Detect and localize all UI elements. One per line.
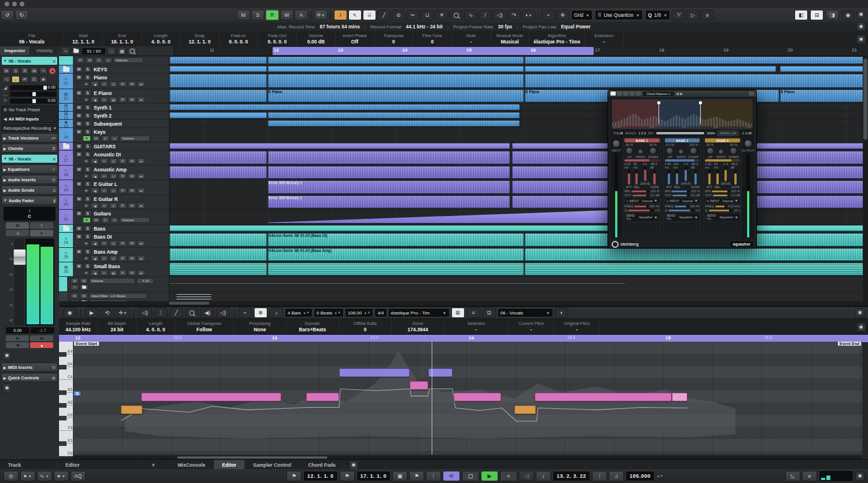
track-row-bass-di[interactable]: ∿24 MSBass DI ●◀e⊙RW⇄ [59, 233, 169, 248]
automation-row-input-filter[interactable]: RW Input Filter : LC-Slope ▪ 12 dB/Oct [59, 292, 169, 301]
plugin-titlebar[interactable]: Chord Fattener 1 ◀ ▶ [608, 90, 756, 97]
send-to-select[interactable]: SEND TO:Squasher▼ [624, 213, 660, 222]
select-tool-icon[interactable]: ⌶ [154, 308, 167, 318]
fader-setup-gear-icon[interactable]: ✱ [2, 351, 12, 360]
solo-editor-icon[interactable]: ◉ [63, 308, 76, 318]
piano-key[interactable]: F3 [59, 418, 73, 431]
sidechain-input-select[interactable]: ●INPUTInternal▼ [624, 197, 660, 204]
track-row-acoustic-di[interactable]: ∿17 MSAcoustic DI ●◀e⊙RW⇄ [59, 151, 169, 166]
info-field-algorithm[interactable]: Algorithmélastique Pro - Time [529, 31, 585, 46]
track-row-guitars[interactable]: ♪22 MSGuitars RWCoVolume [59, 210, 169, 225]
band-mix-slider[interactable] [631, 191, 649, 192]
lane-bass-folder[interactable] [170, 225, 868, 233]
piano-key[interactable]: D3 [59, 444, 73, 456]
write-button[interactable]: W [128, 173, 136, 179]
snap-type-icon[interactable]: ✲ [556, 10, 569, 20]
solo-button[interactable]: S [84, 143, 91, 149]
edit-channel-button[interactable]: e [100, 188, 108, 193]
solo-button[interactable]: S [84, 112, 91, 119]
undo-button[interactable]: ↺ [1, 10, 14, 20]
automation-s-button[interactable]: S [251, 10, 264, 20]
write-button[interactable]: W [86, 57, 94, 63]
section-midi-inserts[interactable]: ▶MIDI Inserts⊙ [1, 363, 58, 372]
grid-view-icon[interactable]: ⊞ [451, 308, 465, 318]
ratio-knob[interactable] [638, 149, 643, 155]
record-enable-button[interactable]: ● [83, 97, 90, 103]
c-button[interactable]: C [95, 57, 103, 63]
c-button[interactable]: C [101, 217, 109, 223]
freeze-button[interactable]: ⇄ [137, 97, 145, 103]
read-button[interactable]: R [119, 270, 127, 276]
mute-button[interactable]: M [75, 66, 83, 72]
track-row-small-bass[interactable]: ▤26 MSSmall Bass ●◀e▤RW⇄ [59, 262, 169, 277]
write-button[interactable]: W [92, 217, 100, 223]
feedback-icon[interactable]: ◗ [555, 308, 568, 318]
scrollbar-thumb[interactable] [177, 456, 328, 459]
edit-channel-button[interactable]: e [100, 81, 108, 87]
stop-button[interactable]: ▢ [462, 471, 479, 481]
band-3-header[interactable]: BAND 3 [705, 138, 740, 142]
punch-out-icon[interactable]: ⚑ [409, 471, 424, 481]
q-slider[interactable] [628, 210, 654, 211]
range-selection-tool-icon[interactable]: ⌸ [363, 10, 376, 20]
lane-keys[interactable] [170, 128, 868, 142]
ed-channel-button[interactable]: e [100, 203, 108, 208]
automation-row-volume[interactable]: RW Volume -4.90 ▪ [59, 277, 169, 292]
mute-button[interactable]: M [75, 151, 83, 158]
plugin-bypass-icon[interactable] [636, 92, 641, 96]
lane-synth-1[interactable] [170, 104, 868, 112]
lane-guitars[interactable] [170, 210, 868, 225]
mute-button[interactable]: M [75, 196, 83, 202]
snap-icon[interactable]: ⌁ [542, 10, 555, 20]
freeze-button[interactable]: ⇄ [137, 203, 145, 208]
zone-options-icon[interactable]: ◉ [841, 10, 855, 20]
home-zoom-icon[interactable]: ⌂ [107, 47, 116, 55]
read-button[interactable]: R [76, 57, 84, 63]
monitor-button[interactable]: ◀ [91, 255, 99, 261]
editor-info-gear-icon[interactable]: ✱ [856, 323, 866, 332]
toolbar-setup-gear-icon[interactable]: ✱ [856, 10, 866, 19]
o-button[interactable]: o [111, 217, 119, 223]
gate-slider[interactable] [694, 170, 697, 185]
squasher-plugin-window[interactable]: Chord Fattener 1 ◀ ▶ 20 Hz1001k10k20k -7… [608, 90, 757, 248]
cycle-button[interactable]: ⟲ [443, 471, 460, 481]
solo-button[interactable]: S [84, 210, 91, 217]
input-knob[interactable] [612, 140, 620, 148]
mute-button[interactable]: M [75, 74, 83, 80]
info-setup-gear-icon[interactable]: ✱ [856, 35, 866, 44]
solo-button[interactable]: S [84, 196, 91, 202]
crossover-2-handle[interactable] [700, 101, 701, 124]
tab-sampler-control[interactable]: Sampler Control [245, 460, 300, 470]
lane-acoustic-di[interactable] [170, 151, 868, 166]
listen-button[interactable]: ◀ [6, 230, 29, 236]
lower-zone-toggle-icon[interactable]: ⊟ [810, 10, 823, 20]
mute-automation-button[interactable]: ▪ [71, 284, 79, 290]
lane-synth-2[interactable] [170, 112, 868, 120]
track-row-e-guitar-l[interactable]: ∿19 MSE Guitar L ●◀e⊙RW⇄ [59, 180, 169, 195]
info-field-fine-tune[interactable]: Fine-Tune0 [413, 31, 452, 46]
inspector-setup-gear-icon[interactable]: ✱ [2, 383, 12, 393]
info-field-volume[interactable]: Volume0.00 dB [297, 31, 336, 46]
erase-tool-icon[interactable]: ⊘ [392, 10, 405, 20]
tab-mixconsole[interactable]: MixConsole [170, 460, 214, 470]
q-slider[interactable] [668, 210, 694, 211]
write-button[interactable]: W [80, 293, 88, 299]
section-audio-inserts[interactable]: ▶Audio Inserts⊙ [1, 175, 58, 184]
pitch-canvas[interactable]: S [73, 342, 862, 455]
freeze-button[interactable]: ⇄ [137, 173, 145, 179]
split-tool-icon[interactable]: I [334, 10, 347, 20]
punch-settings-icon[interactable]: ⋮ [426, 471, 441, 481]
mute-button[interactable]: M [75, 129, 83, 135]
band-out-slider[interactable] [632, 195, 649, 196]
tabbar-setup-gear-icon[interactable]: ✱ [349, 460, 358, 470]
read-button[interactable]: R [119, 188, 127, 193]
iterative-quantize-icon[interactable]: ▷ [686, 10, 700, 20]
info-field-invert-phase[interactable]: Invert PhaseOff [336, 31, 374, 46]
automation-param-select[interactable]: Volume [89, 278, 135, 284]
band-out-slider[interactable] [713, 195, 730, 196]
edit-channel-button[interactable]: e [30, 230, 53, 236]
o-button[interactable]: o [104, 57, 112, 63]
freeze-button[interactable]: ⇄ [137, 255, 145, 261]
automation-value[interactable]: -4.90 [137, 278, 154, 284]
draw-tool-icon[interactable]: ╱ [170, 308, 183, 318]
